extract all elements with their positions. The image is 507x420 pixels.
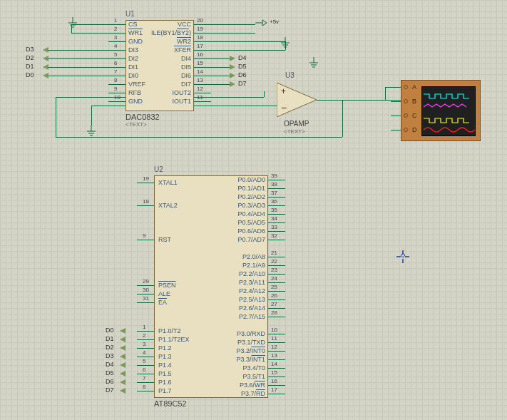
pin-number: 13 <box>197 77 203 83</box>
net-label: D3 <box>106 352 114 359</box>
pin-number: 7 <box>143 375 145 381</box>
pin-wire <box>137 294 154 294</box>
ground-u1-left <box>67 17 78 30</box>
pin-label: IOUT2 <box>147 89 191 96</box>
pin-number: 26 <box>271 292 277 299</box>
pin-label: ILE(BY1/BY2) <box>147 29 191 36</box>
pin-wire <box>108 41 126 42</box>
net-terminal <box>120 328 126 334</box>
pin-number: 16 <box>197 51 203 58</box>
pin-wire <box>194 101 211 102</box>
scope-channel-label: C <box>412 112 417 119</box>
pin-label: CS <box>128 21 138 28</box>
pin-number: 34 <box>271 215 277 222</box>
pin-number: 38 <box>271 181 277 188</box>
scope-channel-label: A <box>412 83 416 91</box>
wire <box>194 33 255 34</box>
u3-part: OPAMP <box>284 120 309 128</box>
pin-number: 14 <box>197 68 203 75</box>
pin-label: DI3 <box>128 46 138 53</box>
svg-text:−: − <box>281 102 287 113</box>
pin-wire <box>268 377 285 377</box>
pin-label: P3.1/TXD <box>227 339 265 346</box>
pin-wire <box>108 84 126 85</box>
wire <box>194 106 277 106</box>
net-label: D1 <box>26 63 34 70</box>
pin-label: P1.6 <box>158 379 172 386</box>
pin-number: 22 <box>271 258 277 265</box>
pin-wire <box>268 188 285 189</box>
u3-ref: U3 <box>285 71 295 79</box>
net-label: D0 <box>26 71 34 78</box>
pin-label: GND <box>128 38 143 45</box>
pin-wire <box>137 205 154 206</box>
pin-number: 37 <box>271 190 277 196</box>
pin-label: XFER <box>147 46 191 53</box>
pin-wire <box>268 180 285 180</box>
pin-wire <box>268 394 285 394</box>
pin-number: 13 <box>271 352 277 359</box>
net-terminal <box>120 362 126 368</box>
pin-label: P2.0/A8 <box>227 253 265 260</box>
pin-wire <box>268 368 285 369</box>
pin-label: P2.2/A10 <box>227 270 265 277</box>
pin-number: 2 <box>143 332 145 339</box>
pin-wire <box>194 76 211 76</box>
pin-wire <box>268 351 285 352</box>
net-terminal <box>230 64 235 70</box>
net-terminal <box>43 73 48 78</box>
scope-terminal <box>404 113 408 118</box>
wire <box>391 101 401 102</box>
pin-wire <box>268 231 285 232</box>
pin-number: 6 <box>114 60 117 66</box>
wire <box>48 50 108 51</box>
pin-label: DI5 <box>147 63 191 71</box>
power-u1-midright <box>308 57 319 70</box>
pin-wire <box>268 205 285 206</box>
pin-wire <box>268 385 285 386</box>
pin-label: P0.3/AD3 <box>227 202 265 209</box>
component-u3[interactable]: + − <box>277 83 322 117</box>
net-terminal <box>230 81 235 87</box>
net-terminal <box>120 337 126 342</box>
wire <box>56 137 342 138</box>
pin-label: P0.7/AD7 <box>227 236 265 243</box>
pin-label: P1.2 <box>158 344 172 352</box>
wire <box>385 87 386 100</box>
pin-label: VREF <box>128 81 145 88</box>
wire <box>385 87 401 88</box>
net-label: D7 <box>238 80 247 87</box>
pin-label: P2.4/A12 <box>227 287 265 294</box>
net-label: D4 <box>238 54 247 61</box>
pin-label: P3.2/INT0 <box>227 347 265 354</box>
pin-number: 17 <box>197 43 203 49</box>
pin-label: PSEN <box>158 282 176 289</box>
wire <box>391 116 401 116</box>
plus5v-label: +5v <box>270 19 279 25</box>
wire <box>194 24 255 25</box>
wire <box>211 58 230 59</box>
pin-wire <box>194 67 211 68</box>
pin-label: P3.7/RD <box>227 390 265 397</box>
pin-number: 5 <box>114 51 117 58</box>
pin-label: GND <box>128 98 143 105</box>
pin-number: 25 <box>271 284 277 290</box>
pin-number: 28 <box>271 309 277 316</box>
net-terminal <box>43 56 48 61</box>
pin-label: XTAL1 <box>158 179 178 186</box>
pin-label: P0.4/AD4 <box>227 210 265 217</box>
pin-number: 19 <box>197 26 203 32</box>
pin-label: WR1 <box>128 29 143 36</box>
u1-part: DAC0832 <box>126 113 160 121</box>
pin-label: DI1 <box>128 63 138 71</box>
pin-wire <box>268 265 285 266</box>
pin-number: 36 <box>271 198 277 205</box>
pin-wire <box>137 374 154 374</box>
net-terminal <box>43 47 48 53</box>
pin-wire <box>108 58 126 59</box>
pin-number: 10 <box>271 327 277 333</box>
pin-label: P1.5 <box>158 370 172 377</box>
pin-number: 27 <box>271 301 277 307</box>
scope-terminal <box>404 99 408 103</box>
pin-wire <box>137 285 154 286</box>
